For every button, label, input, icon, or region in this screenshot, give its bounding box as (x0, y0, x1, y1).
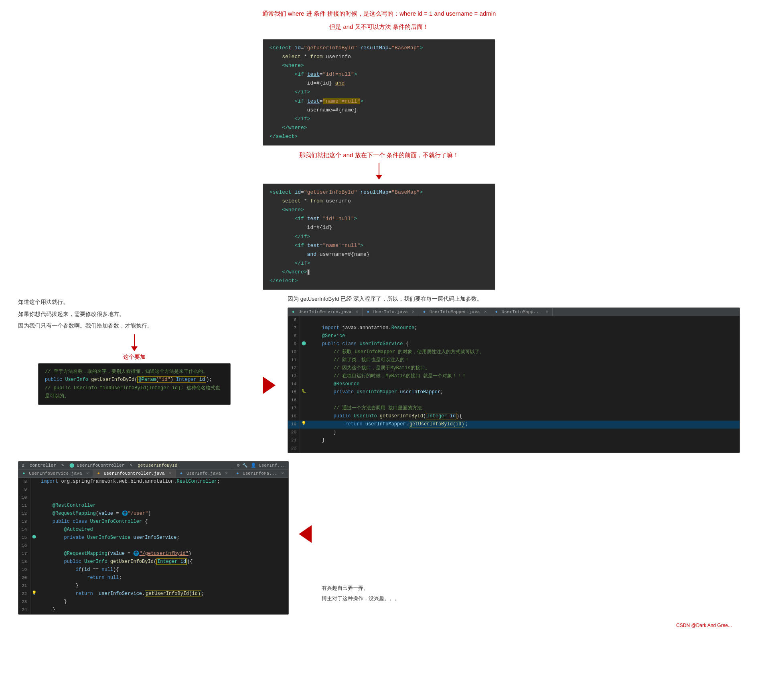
bottom-note-1: 有兴趣自己弄一弄。 (322, 585, 740, 592)
bottom-notes-section: 有兴趣自己弄一弄。 博主对于这种操作，没兴趣。。。 (322, 461, 740, 602)
bottom-section: 知道这个用法就行。 如果你想代码拔起来，需要修改很多地方。 因为我们只有一个参数… (18, 294, 740, 453)
toolbar-icons: ⚙ 🔧 👤 UserInf... (237, 463, 285, 468)
arrow-right-1 (259, 294, 280, 453)
arrow-down-2 (18, 334, 251, 351)
tab-userinfomapp-overflow[interactable]: ● UserInfoMapp... × (491, 308, 553, 316)
right-note: 因为 getUserInfoById 已经 深入程序了，所以，我们要在每一层代码… (288, 294, 740, 304)
small-code-block: // 至于方法名称，取的名字，要别人看得懂，知道这个方法是来干什么的。 publ… (38, 363, 231, 405)
ctrl-line-10: 10 (18, 494, 288, 502)
ctrl-line-23: 23 } (18, 598, 288, 606)
ide-line-7: 7 import javax.annotation.Resource; (288, 324, 740, 332)
controller-section: 2 controller > ⬤ UserInfoController > ge… (18, 461, 740, 615)
ide-line-10: 10 // 获取 UserInfoMapper 的对象，使用属性注入的方式就可以… (288, 348, 740, 356)
ide-line-17: 17 // 通过一个方法去调用 接口里面的方法 (288, 405, 740, 413)
ctrl-line-22: 22 💡 return userInfoService.getUserInfoB… (18, 590, 288, 598)
middle-text: 那我们就把这个 and 放在下一个 条件的前面，不就行了嘛！ (18, 150, 740, 160)
controller-tabs: ● UserInfoService.java × ● UserInfoContr… (18, 469, 288, 478)
ctrl-line-14: 14 @Autowired (18, 526, 288, 534)
controller-toolbar: 2 controller > ⬤ UserInfoController > ge… (18, 461, 288, 469)
bottom-left: 知道这个用法就行。 如果你想代码拔起来，需要修改很多地方。 因为我们只有一个参数… (18, 294, 251, 453)
tab-userinfoservice[interactable]: ● UserInfoService.java × (288, 308, 363, 316)
tab-ctrl-controller[interactable]: ● UserInfoController.java × (93, 469, 176, 477)
ide-line-12: 12 // 因为这个接口，是属于MyBatis的接口。 (288, 364, 740, 372)
ide-service-code: 6 7 import javax.annotation.Resource; 8 … (288, 316, 740, 453)
code-block-1-wrapper: <select id="getUserInfoById" resultMap="… (263, 39, 495, 146)
ctrl-line-20: 20 return null; (18, 574, 288, 582)
ctrl-line-18: 18 public UserInfo getUserInfoById(Integ… (18, 558, 288, 566)
note-line1: 知道这个用法就行。 (18, 297, 251, 308)
ctrl-line-11: 11 @RestController (18, 502, 288, 510)
ide-line-19: 19 💡 return userInfoMapper.getUserInfoBy… (288, 421, 740, 429)
ctrl-line-12: 12 @RequestMapping(value = 🌐"/user") (18, 510, 288, 518)
middle-section: 那我们就把这个 and 放在下一个 条件的前面，不就行了嘛！ (18, 150, 740, 180)
ide-line-22: 22 (288, 445, 740, 453)
ide-line-13: 13 // 在项目运行的时候，MyBatis的接口 就是一个对象！！！ (288, 372, 740, 380)
ctrl-line-15: 15 ⬤ private UserInfoService userInfoSer… (18, 534, 288, 542)
ctrl-line-9: 9 (18, 486, 288, 494)
controller-code: 8 import org.springframework.web.bind.an… (18, 478, 288, 614)
ide-line-20: 20 } (288, 429, 740, 437)
tab-userinfomapper[interactable]: ● UserInfoMapper.java × (419, 308, 491, 316)
controller-ide-wrapper: 2 controller > ⬤ UserInfoController > ge… (18, 461, 289, 615)
arrow-down-1 (18, 163, 740, 180)
ctrl-line-21: 21 } (18, 582, 288, 590)
ctrl-line-17: 17 @RequestMapping(value = 🌐"/getuserinf… (18, 550, 288, 558)
tab-userinfo[interactable]: ● UserInfo.java × (363, 308, 419, 316)
right-ide-service: 因为 getUserInfoById 已经 深入程序了，所以，我们要在每一层代码… (288, 294, 740, 453)
arrow-left-1 (297, 461, 314, 543)
ide-line-18: 18 public UserInfo getUserInfoById(Integ… (288, 413, 740, 421)
ide-line-6: 6 (288, 316, 740, 324)
ide-line-8: 8 @Service (288, 332, 740, 340)
csdn-badge: CSDN @Dark And Gree... (18, 623, 740, 628)
code-block-1: <select id="getUserInfoById" resultMap="… (263, 39, 495, 146)
add-label: 这个要加 (18, 354, 251, 361)
intro-line2: 但是 and 又不可以方法 条件的后面！ (18, 21, 740, 32)
note-line2: 如果你想代码拔起来，需要修改很多地方。 (18, 309, 251, 320)
ctrl-line-16: 16 (18, 542, 288, 550)
small-code-wrapper: // 至于方法名称，取的名字，要别人看得懂，知道这个方法是来干什么的。 publ… (38, 363, 231, 405)
toolbar-breadcrumb: 2 controller > ⬤ UserInfoController > ge… (22, 463, 177, 468)
ide-service-tabs: ● UserInfoService.java × ● UserInfo.java… (288, 308, 740, 316)
page-content: 通常我们 where 进 条件 拼接的时候，是这么写的：where id = 1… (18, 8, 740, 628)
right-arrow-shape (263, 376, 276, 394)
code-block-2-wrapper: <select id="getUserInfoById" resultMap="… (263, 184, 495, 290)
ide-line-15: 15 🐛 private UserInfoMapper userInfoMapp… (288, 388, 740, 397)
ide-window-controller: 2 controller > ⬤ UserInfoController > ge… (18, 461, 289, 615)
ide-line-16: 16 (288, 397, 740, 405)
bottom-note-2: 博主对于这种操作，没兴趣。。。 (322, 595, 740, 602)
ide-line-21: 21 } (288, 437, 740, 445)
ide-window-service: ● UserInfoService.java × ● UserInfo.java… (288, 308, 740, 453)
and-keyword: and (434, 10, 444, 17)
note-line3: 因为我们只有一个参数啊。我们给加参数，才能执行。 (18, 321, 251, 331)
ide-line-11: 11 // 除了类，接口也是可以注入的！ (288, 356, 740, 364)
ctrl-line-13: 13 public class UserInfoController { (18, 518, 288, 526)
ctrl-line-24: 24 } (18, 606, 288, 614)
left-arrow-shape (299, 525, 312, 543)
tab-ctrl-mapper[interactable]: ● UserInfoMa... × (232, 469, 288, 477)
tab-ctrl-userinfo[interactable]: ● UserInfo.java × (176, 469, 232, 477)
ctrl-line-8: 8 import org.springframework.web.bind.an… (18, 478, 288, 486)
tab-ctrl-service[interactable]: ● UserInfoService.java × (18, 469, 93, 477)
ide-line-9: 9 ⬤ public class UserInfoService { (288, 340, 740, 348)
code-block-2: <select id="getUserInfoById" resultMap="… (263, 184, 495, 290)
csdn-text: CSDN @Dark And Gree... (676, 623, 732, 628)
ctrl-line-19: 19 if(id == null){ (18, 566, 288, 574)
ide-line-14: 14 @Resource (288, 380, 740, 388)
notes-section: 知道这个用法就行。 如果你想代码拔起来，需要修改很多地方。 因为我们只有一个参数… (18, 297, 251, 331)
intro-section: 通常我们 where 进 条件 拼接的时候，是这么写的：where id = 1… (18, 8, 740, 32)
intro-line1: 通常我们 where 进 条件 拼接的时候，是这么写的：where id = 1… (18, 8, 740, 19)
